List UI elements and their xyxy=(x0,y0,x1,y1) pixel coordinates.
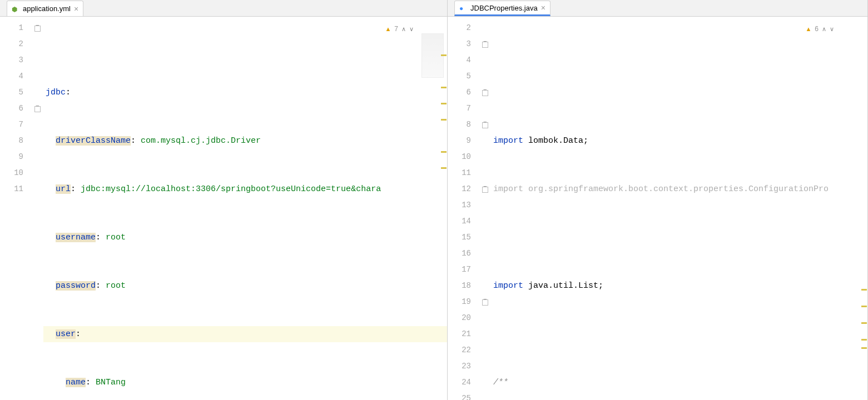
tab-application-yml[interactable]: application.yml × xyxy=(7,1,83,16)
inspection-badge[interactable]: 7 ∧ ∨ xyxy=(385,21,414,37)
java-class-icon xyxy=(459,4,467,12)
chevron-up-icon[interactable]: ∧ xyxy=(401,21,406,37)
tab-bar-right: JDBCProperties.java × xyxy=(448,0,867,17)
close-icon[interactable]: × xyxy=(74,4,78,13)
warning-icon xyxy=(385,21,391,37)
error-stripe[interactable] xyxy=(861,33,867,400)
chevron-up-icon[interactable]: ∧ xyxy=(822,21,826,37)
warning-icon xyxy=(805,21,811,37)
tab-jdbcproperties-java[interactable]: JDBCProperties.java × xyxy=(454,1,550,16)
editor-left[interactable]: 123 456 789 1011 7 ∧ ∨ jdbc: driverClass… xyxy=(0,17,447,400)
left-editor-pane: application.yml × 123 456 789 1011 7 ∧ ∨… xyxy=(0,0,448,400)
line-gutter: 234 567 8910 111213 141516 171819 202122… xyxy=(448,17,481,400)
tab-bar-left: application.yml × xyxy=(0,0,447,17)
fold-column[interactable] xyxy=(33,17,43,400)
inspection-badge[interactable]: 6 ∧ ∨ xyxy=(805,21,834,37)
yml-file-icon xyxy=(12,5,19,13)
close-icon[interactable]: × xyxy=(541,3,545,12)
editor-right[interactable]: 234 567 8910 111213 141516 171819 202122… xyxy=(448,17,867,400)
tab-label: JDBCProperties.java xyxy=(470,4,538,12)
chevron-down-icon[interactable]: ∨ xyxy=(830,21,834,37)
line-gutter: 123 456 789 1011 xyxy=(0,17,33,400)
error-stripe[interactable] xyxy=(440,33,447,400)
right-editor-pane: JDBCProperties.java × 234 567 8910 11121… xyxy=(448,0,868,400)
code-area[interactable]: 7 ∧ ∨ jdbc: driverClassName: com.mysql.c… xyxy=(43,17,447,400)
tab-label: application.yml xyxy=(23,4,71,13)
chevron-down-icon[interactable]: ∨ xyxy=(409,21,414,37)
fold-column[interactable] xyxy=(481,17,491,400)
code-area[interactable]: 6 ∧ ∨ import lombok.Data; import org.spr… xyxy=(491,17,867,400)
